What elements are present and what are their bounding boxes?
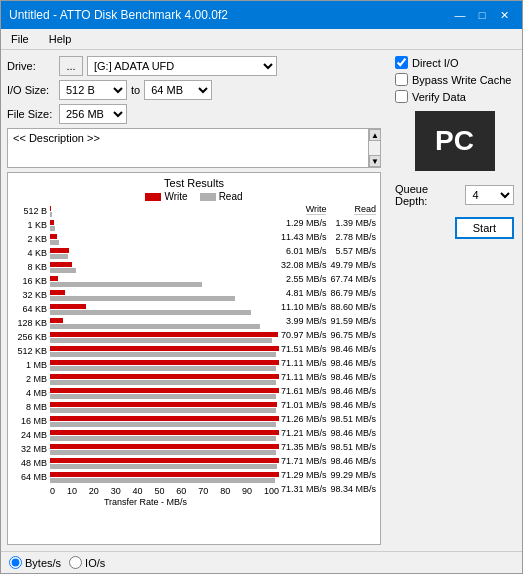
bar-row (50, 428, 279, 442)
help-menu[interactable]: Help (43, 31, 78, 47)
read-bar (50, 464, 277, 469)
read-bar (50, 436, 276, 441)
write-data-cell: 6.01 MB/s (281, 244, 327, 258)
description-toggle[interactable]: << Description >> (13, 132, 100, 144)
io-per-sec-radio[interactable] (69, 556, 82, 569)
write-bar (50, 234, 57, 239)
close-button[interactable]: ✕ (494, 6, 514, 24)
write-data-cell: 71.71 MB/s (281, 454, 327, 468)
chart-row-label: 32 KB (12, 288, 50, 302)
read-data-cell: 98.51 MB/s (330, 412, 376, 426)
bar-row (50, 414, 279, 428)
write-data-cell: 71.11 MB/s (281, 370, 327, 384)
file-size-select[interactable]: 256 MB (59, 104, 127, 124)
main-window: Untitled - ATTO Disk Benchmark 4.00.0f2 … (0, 0, 523, 574)
write-bar (50, 416, 279, 421)
bar-row (50, 246, 279, 260)
direct-io-checkbox[interactable] (395, 56, 408, 69)
read-legend-color (200, 193, 216, 201)
x-axis-tick: 0 (50, 486, 55, 496)
x-axis-tick: 30 (111, 486, 121, 496)
bar-row (50, 218, 279, 232)
write-bar (50, 472, 279, 477)
file-size-row: File Size: 256 MB (7, 104, 381, 124)
chart-row-label: 256 KB (12, 330, 50, 344)
bar-row (50, 302, 279, 316)
write-data-cell: 11.43 MB/s (281, 230, 327, 244)
chart-area: Test Results Write Read (7, 172, 381, 545)
read-data-cell: 1.39 MB/s (330, 216, 376, 230)
chart-labels-col: 512 B1 KB2 KB4 KB8 KB16 KB32 KB64 KB128 … (12, 204, 50, 484)
write-bar (50, 388, 279, 393)
direct-io-row: Direct I/O (395, 56, 514, 69)
bar-row (50, 400, 279, 414)
x-axis-tick: 60 (176, 486, 186, 496)
bar-row (50, 372, 279, 386)
read-bar (50, 450, 276, 455)
io-size-from-select[interactable]: 512 B (59, 80, 127, 100)
file-menu[interactable]: File (5, 31, 35, 47)
verify-data-checkbox[interactable] (395, 90, 408, 103)
chart-row-label: 128 KB (12, 316, 50, 330)
menu-bar: File Help (1, 29, 522, 50)
read-legend-label: Read (219, 191, 243, 202)
start-button[interactable]: Start (455, 217, 514, 239)
write-bar (50, 430, 279, 435)
x-axis-tick: 50 (154, 486, 164, 496)
io-size-label: I/O Size: (7, 84, 55, 96)
verify-data-row: Verify Data (395, 90, 514, 103)
read-data-cell: 98.46 MB/s (330, 426, 376, 440)
read-data-cell: 86.79 MB/s (330, 286, 376, 300)
read-bar (50, 422, 276, 427)
x-axis-tick: 20 (89, 486, 99, 496)
read-legend: Read (200, 191, 243, 202)
read-data-cell: 2.78 MB/s (330, 230, 376, 244)
read-bar (50, 310, 251, 315)
chart-row-label: 512 KB (12, 344, 50, 358)
bypass-write-cache-checkbox[interactable] (395, 73, 408, 86)
title-bar: Untitled - ATTO Disk Benchmark 4.00.0f2 … (1, 1, 522, 29)
browse-button[interactable]: ... (59, 56, 83, 76)
read-data-cell: 91.59 MB/s (330, 314, 376, 328)
pc-label: PC (435, 125, 474, 157)
read-data-cell: 96.75 MB/s (330, 328, 376, 342)
chart-row-label: 1 KB (12, 218, 50, 232)
read-data-cell: 98.46 MB/s (330, 454, 376, 468)
bars-container: 512 B1 KB2 KB4 KB8 KB16 KB32 KB64 KB128 … (12, 204, 279, 484)
drive-select[interactable]: [G:] ADATA UFD (87, 56, 277, 76)
write-bar (50, 360, 279, 365)
x-axis-tick: 40 (133, 486, 143, 496)
bar-row (50, 386, 279, 400)
bar-row (50, 288, 279, 302)
write-data-col: Write 1.29 MB/s11.43 MB/s6.01 MB/s32.08 … (281, 204, 327, 507)
write-bar (50, 206, 51, 211)
description-scrollbar: ▲ ▼ (368, 129, 380, 167)
bypass-write-cache-row: Bypass Write Cache (395, 73, 514, 86)
io-size-to-select[interactable]: 64 MB (144, 80, 212, 100)
x-axis-title: Transfer Rate - MB/s (12, 497, 279, 507)
write-data-cell: 71.31 MB/s (281, 482, 327, 496)
maximize-button[interactable]: □ (472, 6, 492, 24)
chart-row-label: 8 MB (12, 400, 50, 414)
read-bar (50, 240, 59, 245)
bar-row (50, 260, 279, 274)
read-bar (50, 380, 276, 385)
read-bar (50, 212, 52, 217)
bytes-per-sec-radio[interactable] (9, 556, 22, 569)
write-data-cell: 71.29 MB/s (281, 468, 327, 482)
write-bar (50, 318, 63, 323)
read-data-cells: 1.39 MB/s2.78 MB/s5.57 MB/s49.79 MB/s67.… (330, 216, 376, 496)
write-data-cell: 71.51 MB/s (281, 342, 327, 356)
bar-row (50, 442, 279, 456)
chart-with-data: 512 B1 KB2 KB4 KB8 KB16 KB32 KB64 KB128 … (12, 204, 376, 507)
minimize-button[interactable]: — (450, 6, 470, 24)
scroll-up-button[interactable]: ▲ (369, 129, 381, 141)
read-bar (50, 338, 272, 343)
chart-row-label: 16 MB (12, 414, 50, 428)
write-bar (50, 262, 72, 267)
queue-depth-select[interactable]: 4 1 2 8 16 32 (465, 185, 514, 205)
file-size-label: File Size: (7, 108, 55, 120)
scroll-down-button[interactable]: ▼ (369, 155, 381, 167)
read-col-header: Read (354, 204, 376, 215)
write-data-cell: 11.10 MB/s (281, 300, 327, 314)
